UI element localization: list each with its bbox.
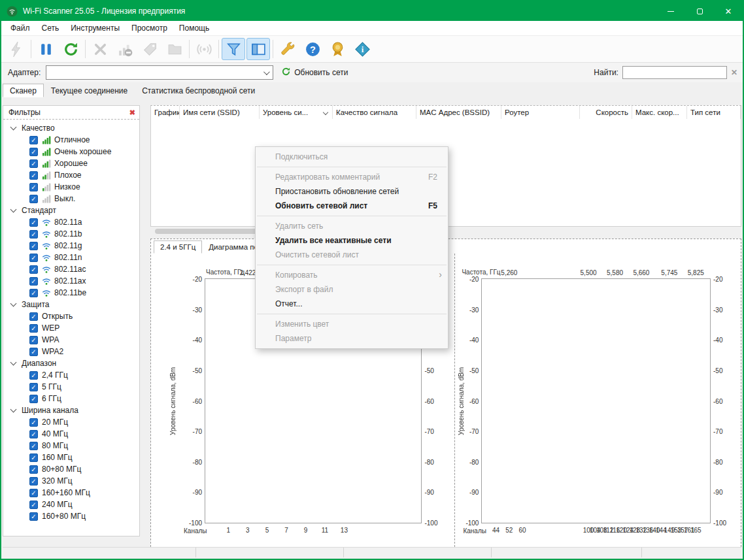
tab-2[interactable]: Статистика беспроводной сети [135,84,262,97]
filter-item[interactable]: ✓802.11g [3,240,139,252]
checkbox-checked[interactable]: ✓ [29,183,38,191]
panels-button[interactable] [246,38,270,60]
checkbox-checked[interactable]: ✓ [29,348,38,356]
checkbox-checked[interactable]: ✓ [29,265,38,274]
filter-item[interactable]: ✓Отличное [3,134,139,146]
column-header[interactable]: Макс. скор... [632,106,687,119]
checkbox-checked[interactable]: ✓ [29,336,38,344]
checkbox-checked[interactable]: ✓ [29,230,38,239]
filter-item[interactable]: ✓80 МГц [3,440,139,452]
adapter-select[interactable] [46,65,273,80]
checkbox-checked[interactable]: ✓ [29,254,38,262]
filter-group[interactable]: Защита [3,299,139,310]
context-menu-item[interactable]: Отчет... [256,297,448,311]
filter-item[interactable]: ✓WEP [3,322,139,334]
filter-item[interactable]: ✓WPA2 [3,346,139,357]
filter-group[interactable]: Диапазон [3,357,139,369]
menubar-item-инструменты[interactable]: Инструменты [65,21,126,35]
filter-item[interactable]: ✓6 ГГц [3,393,139,404]
filter-item[interactable]: ✓160+160 МГц [3,487,139,499]
refresh-button[interactable] [59,38,82,60]
tab-0[interactable]: Сканер [3,84,44,97]
context-menu-item[interactable]: Удалить все неактивные сети [256,233,448,248]
checkbox-checked[interactable]: ✓ [29,218,38,227]
checkbox-checked[interactable]: ✓ [29,477,38,486]
filter-item[interactable]: ✓802.11be [3,287,139,299]
menubar-item-помощь[interactable]: Помощь [173,21,215,35]
column-header[interactable]: Имя сети (SSID) [180,106,260,119]
filter-item[interactable]: ✓Выкл. [3,193,139,205]
filter-item[interactable]: ✓802.11n [3,252,139,263]
filter-item[interactable]: ✓40 МГц [3,428,139,440]
filter-item[interactable]: ✓Хорошее [3,157,139,169]
checkbox-checked[interactable]: ✓ [29,442,38,450]
column-header[interactable]: Тип сети [687,106,741,119]
checkbox-checked[interactable]: ✓ [29,159,38,168]
filter-item[interactable]: ✓802.11ac [3,263,139,275]
checkbox-checked[interactable]: ✓ [29,383,38,391]
filter-item[interactable]: ✓5 ГГц [3,381,139,393]
maximize-button[interactable] [685,1,714,21]
column-header[interactable]: MAC Адрес (BSSID) [416,106,501,119]
filter-button[interactable] [222,38,245,60]
filter-item[interactable]: ✓2,4 ГГц [3,369,139,381]
column-header[interactable]: Скорость [580,106,632,119]
close-filters-icon[interactable]: ✖ [129,108,135,117]
chart-tab[interactable]: 2.4 и 5ГГц [154,240,202,254]
filter-item[interactable]: ✓802.11a [3,216,139,228]
checkbox-checked[interactable]: ✓ [29,324,38,333]
checkbox-checked[interactable]: ✓ [29,465,38,474]
clear-search-icon[interactable]: ✕ [731,68,737,77]
checkbox-checked[interactable]: ✓ [29,136,38,144]
checkbox-checked[interactable]: ✓ [29,453,38,462]
close-button[interactable]: ✕ [714,1,743,21]
menubar-item-файл[interactable]: Файл [5,21,36,35]
chevron-down-icon[interactable] [323,110,328,115]
chevron-down-icon[interactable] [10,359,17,366]
license-button[interactable] [326,38,349,60]
settings-button[interactable] [276,38,299,60]
tab-1[interactable]: Текущее соединение [44,84,135,97]
filter-item[interactable]: ✓WPA [3,334,139,346]
filter-item[interactable]: ✓160+80 МГц [3,510,139,522]
filter-item[interactable]: ✓320 МГц [3,475,139,487]
checkbox-checked[interactable]: ✓ [29,418,38,427]
menubar-item-просмотр[interactable]: Просмотр [126,21,173,35]
checkbox-checked[interactable]: ✓ [29,148,38,156]
checkbox-checked[interactable]: ✓ [29,195,38,203]
filter-item[interactable]: ✓Открыть [3,310,139,322]
column-header[interactable]: Уровень си... [260,106,333,119]
chevron-down-icon[interactable] [10,301,17,307]
context-menu-item[interactable]: Обновить сетевой листF5 [256,199,448,213]
column-header[interactable]: Роутер [501,106,580,119]
filter-item[interactable]: ✓240 МГц [3,499,139,510]
checkbox-checked[interactable]: ✓ [29,277,38,286]
search-input[interactable] [622,66,727,79]
menubar-item-сеть[interactable]: Сеть [36,21,65,35]
chevron-down-icon[interactable] [10,206,17,213]
checkbox-checked[interactable]: ✓ [29,430,38,438]
filter-group[interactable]: Стандарт [3,205,139,216]
chevron-down-icon[interactable] [10,124,17,131]
checkbox-checked[interactable]: ✓ [29,171,38,180]
checkbox-checked[interactable]: ✓ [29,512,38,521]
checkbox-checked[interactable]: ✓ [29,312,38,321]
checkbox-checked[interactable]: ✓ [29,395,38,403]
checkbox-checked[interactable]: ✓ [29,242,38,250]
filter-item[interactable]: ✓160 МГц [3,452,139,463]
help-button[interactable]: ? [301,38,324,60]
filter-item[interactable]: ✓80+80 МГц [3,463,139,475]
filter-item[interactable]: ✓Плохое [3,169,139,181]
checkbox-checked[interactable]: ✓ [29,371,38,380]
pause-button[interactable] [34,38,58,60]
column-header[interactable]: Качество сигнала [333,106,416,119]
refresh-networks-button[interactable]: Обновить сети [281,67,348,78]
minimize-button[interactable] [656,1,685,21]
context-menu-item[interactable]: Приостановить обновление сетей [256,184,448,199]
column-header[interactable]: График [151,106,180,119]
checkbox-checked[interactable]: ✓ [29,501,38,509]
filter-item[interactable]: ✓802.11b [3,228,139,240]
checkbox-checked[interactable]: ✓ [29,489,38,497]
checkbox-checked[interactable]: ✓ [29,289,38,297]
filter-item[interactable]: ✓Низкое [3,181,139,193]
